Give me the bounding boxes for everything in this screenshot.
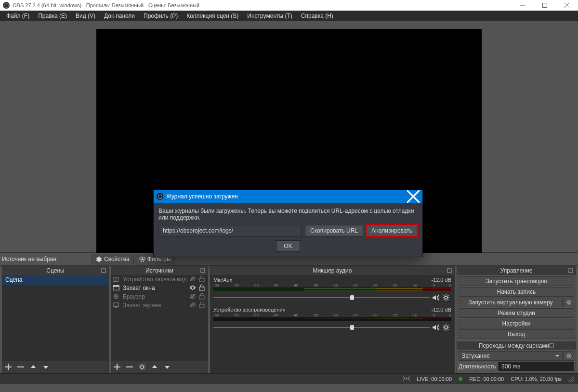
dialog-ok-button[interactable]: OK — [276, 240, 300, 252]
channel-settings-button[interactable] — [441, 322, 451, 333]
visibility-toggle[interactable] — [189, 302, 196, 309]
scene-down-button[interactable] — [42, 363, 50, 371]
svg-rect-18 — [199, 304, 204, 308]
filters-icon — [139, 256, 145, 262]
window-maximize-button[interactable] — [534, 0, 556, 11]
lock-toggle[interactable] — [199, 284, 206, 292]
obs-logo-icon — [3, 2, 10, 9]
rec-dot-icon — [459, 377, 462, 381]
add-scene-button[interactable] — [4, 363, 12, 371]
svg-point-28 — [406, 378, 407, 379]
window-minimize-button[interactable] — [512, 0, 534, 11]
gear-icon — [96, 256, 102, 262]
duration-input[interactable]: 300 ms — [498, 362, 574, 371]
svg-rect-26 — [550, 343, 553, 347]
audio-mixer-dock: Микшер аудио Mic/Aux-12.0 dB-60-55-50-45… — [210, 266, 455, 373]
svg-point-23 — [445, 326, 447, 329]
volume-slider[interactable] — [213, 324, 430, 331]
duration-label: Длительность — [459, 363, 497, 370]
rec-status: REC: 00:00:00 — [469, 376, 504, 382]
visibility-toggle[interactable] — [189, 293, 196, 300]
mixer-header: Микшер аудио — [210, 266, 454, 275]
exit-button[interactable]: Выход — [459, 329, 574, 339]
source-row[interactable]: Захват окна — [111, 284, 208, 292]
properties-button[interactable]: Свойства — [92, 254, 134, 264]
copy-url-button[interactable]: Скопировать URL — [305, 225, 363, 236]
svg-rect-7 — [201, 269, 205, 273]
audio-meter — [213, 287, 451, 291]
window-titlebar: OBS 27.2.4 (64-bit, windows) - Профиль: … — [0, 0, 578, 11]
svg-rect-24 — [569, 269, 573, 273]
mute-button[interactable] — [430, 292, 441, 303]
window-close-button[interactable] — [556, 0, 578, 11]
mute-button[interactable] — [430, 322, 441, 333]
menu-docks[interactable]: Док-панели — [100, 11, 139, 21]
channel-name: Mic/Aux — [213, 277, 232, 283]
menu-file[interactable]: Файл (F) — [2, 11, 34, 21]
scenes-popout-button[interactable] — [100, 266, 107, 275]
menu-tools[interactable]: Инструменты (T) — [243, 11, 296, 21]
svg-rect-12 — [113, 286, 119, 287]
start-virtual-cam-button[interactable]: Запустить виртуальную камеру — [459, 298, 563, 307]
source-down-button[interactable] — [163, 363, 171, 371]
menu-scene-collection[interactable]: Коллекция сцен (S) — [182, 11, 243, 21]
obs-logo-icon — [157, 193, 163, 200]
transition-value: Затухание — [462, 353, 490, 359]
mixer-channel: Устройство воспроизведения-12.0 dB-60-55… — [213, 307, 451, 333]
scenes-title: Сцены — [46, 267, 64, 274]
visibility-toggle[interactable] — [189, 285, 196, 291]
transition-settings-button[interactable] — [564, 351, 574, 361]
source-row[interactable]: Браузер — [111, 292, 208, 301]
sources-header: Источники — [111, 266, 208, 275]
svg-point-20 — [141, 366, 144, 368]
source-settings-button[interactable] — [138, 363, 146, 371]
menu-edit[interactable]: Правка (E) — [34, 11, 71, 21]
menu-help[interactable]: Справка (H) — [297, 11, 338, 21]
source-row[interactable]: Устройство захвата видео — [111, 275, 208, 284]
sources-popout-button[interactable] — [199, 266, 207, 275]
start-streaming-button[interactable]: Запустить трансляцию — [459, 276, 574, 286]
dialog-message: Ваши журналы были загружены. Теперь вы м… — [158, 208, 418, 221]
no-source-label: Источник не выбран — [2, 256, 92, 262]
log-url-input[interactable]: https://obsproject.com/logs/ — [158, 225, 302, 236]
svg-rect-1 — [543, 3, 547, 8]
controls-dock: Управление Запустить трансляцию Начать з… — [457, 266, 576, 373]
studio-mode-button[interactable]: Режим студии — [459, 308, 574, 318]
scene-up-button[interactable] — [29, 363, 37, 371]
broadcast-icon — [403, 376, 410, 382]
transitions-popout-button[interactable] — [549, 342, 554, 349]
menu-view[interactable]: Вид (V) — [71, 11, 100, 21]
menu-profile[interactable]: Профиль (P) — [139, 11, 182, 21]
virtual-cam-settings-button[interactable] — [564, 298, 574, 307]
mixer-popout-button[interactable] — [446, 266, 453, 275]
meter-ticks: -60-55-50-45-40-35-30-25-20-15-10-50 — [213, 283, 451, 287]
svg-rect-19 — [126, 366, 133, 367]
dialog-titlebar[interactable]: Журнал успешно загружен — [154, 190, 422, 203]
controls-popout-button[interactable] — [567, 266, 575, 275]
channel-settings-button[interactable] — [441, 292, 451, 303]
scene-item[interactable]: Сцена — [2, 275, 108, 285]
live-status: LIVE: 00:00:00 — [417, 376, 452, 382]
scenes-dock: Сцены Сцена — [2, 266, 109, 373]
settings-button[interactable]: Настройки — [459, 319, 574, 328]
analyze-button[interactable]: Анализировать — [366, 225, 418, 236]
lock-toggle[interactable] — [199, 275, 206, 284]
volume-slider[interactable] — [213, 294, 430, 301]
remove-scene-button[interactable] — [17, 363, 25, 371]
visibility-toggle[interactable] — [189, 276, 196, 283]
add-source-button[interactable] — [113, 363, 121, 371]
source-row[interactable]: Захват экрана — [111, 301, 208, 310]
scenes-toolbar — [2, 361, 108, 373]
mixer-channel: Mic/Aux-12.0 dB-60-55-50-45-40-35-30-25-… — [213, 277, 451, 303]
source-up-button[interactable] — [151, 363, 158, 371]
source-name: Захват окна — [123, 285, 186, 291]
remove-source-button[interactable] — [126, 363, 133, 371]
lock-toggle[interactable] — [199, 301, 206, 310]
lock-toggle[interactable] — [199, 293, 206, 301]
dialog-title: Журнал успешно загружен — [166, 193, 407, 200]
dialog-close-button[interactable] — [407, 190, 420, 203]
start-recording-button[interactable]: Начать запись — [459, 287, 574, 297]
transition-select[interactable]: Затухание — [459, 351, 563, 361]
svg-point-25 — [568, 301, 570, 304]
resize-grip-icon[interactable] — [568, 376, 574, 382]
